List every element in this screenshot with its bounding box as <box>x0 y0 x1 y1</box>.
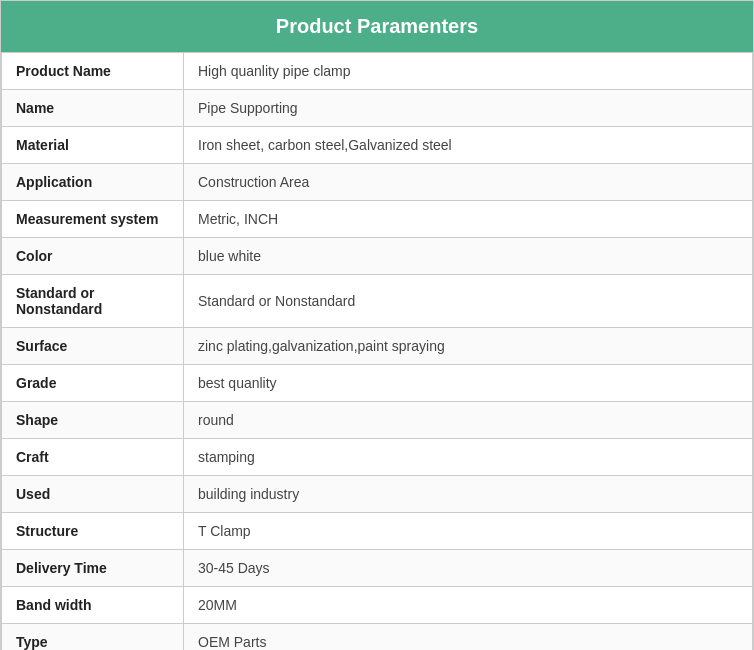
table-row: Surfacezinc plating,galvanization,paint … <box>2 328 753 365</box>
row-label: Surface <box>2 328 184 365</box>
row-label: Product Name <box>2 53 184 90</box>
row-value: blue white <box>184 238 753 275</box>
table-row: StructureT Clamp <box>2 513 753 550</box>
table-row: TypeOEM Parts <box>2 624 753 651</box>
row-label: Name <box>2 90 184 127</box>
parameters-table: Product NameHigh quanlity pipe clampName… <box>1 52 753 650</box>
table-row: Product NameHigh quanlity pipe clamp <box>2 53 753 90</box>
row-value: T Clamp <box>184 513 753 550</box>
row-value: building industry <box>184 476 753 513</box>
table-row: Standard or NonstandardStandard or Nonst… <box>2 275 753 328</box>
table-row: Shaperound <box>2 402 753 439</box>
row-label: Structure <box>2 513 184 550</box>
row-label: Measurement system <box>2 201 184 238</box>
row-label: Band width <box>2 587 184 624</box>
table-row: Delivery Time30-45 Days <box>2 550 753 587</box>
row-label: Color <box>2 238 184 275</box>
table-row: NamePipe Supporting <box>2 90 753 127</box>
row-label: Craft <box>2 439 184 476</box>
row-value: Metric, INCH <box>184 201 753 238</box>
row-value: OEM Parts <box>184 624 753 651</box>
card-header: Product Paramenters <box>1 1 753 52</box>
row-value: best quanlity <box>184 365 753 402</box>
row-value: High quanlity pipe clamp <box>184 53 753 90</box>
row-label: Standard or Nonstandard <box>2 275 184 328</box>
card-title: Product Paramenters <box>276 15 478 37</box>
row-value: round <box>184 402 753 439</box>
table-row: Measurement systemMetric, INCH <box>2 201 753 238</box>
row-value: zinc plating,galvanization,paint sprayin… <box>184 328 753 365</box>
row-value: Iron sheet, carbon steel,Galvanized stee… <box>184 127 753 164</box>
row-label: Material <box>2 127 184 164</box>
row-value: Construction Area <box>184 164 753 201</box>
product-parameters-card: Product Paramenters Product NameHigh qua… <box>0 0 754 650</box>
row-label: Grade <box>2 365 184 402</box>
table-row: Colorblue white <box>2 238 753 275</box>
table-row: Band width20MM <box>2 587 753 624</box>
row-value: Pipe Supporting <box>184 90 753 127</box>
table-row: Usedbuilding industry <box>2 476 753 513</box>
table-row: ApplicationConstruction Area <box>2 164 753 201</box>
row-value: stamping <box>184 439 753 476</box>
row-label: Shape <box>2 402 184 439</box>
row-label: Application <box>2 164 184 201</box>
row-value: 20MM <box>184 587 753 624</box>
row-label: Type <box>2 624 184 651</box>
table-row: Gradebest quanlity <box>2 365 753 402</box>
row-value: 30-45 Days <box>184 550 753 587</box>
row-value: Standard or Nonstandard <box>184 275 753 328</box>
table-row: MaterialIron sheet, carbon steel,Galvani… <box>2 127 753 164</box>
table-row: Craftstamping <box>2 439 753 476</box>
row-label: Delivery Time <box>2 550 184 587</box>
row-label: Used <box>2 476 184 513</box>
